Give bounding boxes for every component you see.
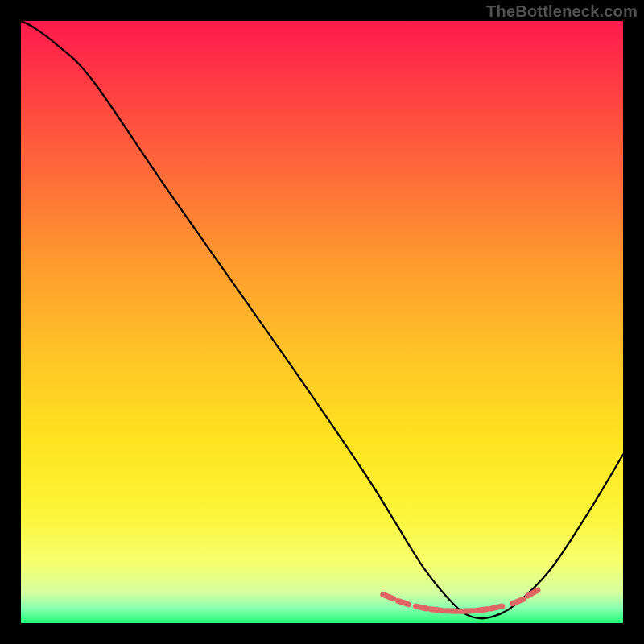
chart-container: TheBottleneck.com — [0, 0, 644, 644]
curve-overlay — [21, 21, 623, 623]
watermark-text: TheBottleneck.com — [486, 2, 638, 21]
marker-dash — [398, 601, 408, 604]
marker-dash — [416, 606, 427, 609]
bottleneck-curve — [21, 21, 623, 618]
marker-dash — [461, 611, 473, 612]
marker-dash — [491, 606, 502, 609]
marker-dash — [446, 611, 457, 612]
marker-dash — [513, 599, 523, 603]
marker-dash — [476, 609, 487, 611]
marker-dash — [431, 609, 442, 611]
plot-area — [21, 21, 623, 623]
optimal-range-markers — [383, 590, 538, 611]
marker-dash — [383, 594, 394, 598]
